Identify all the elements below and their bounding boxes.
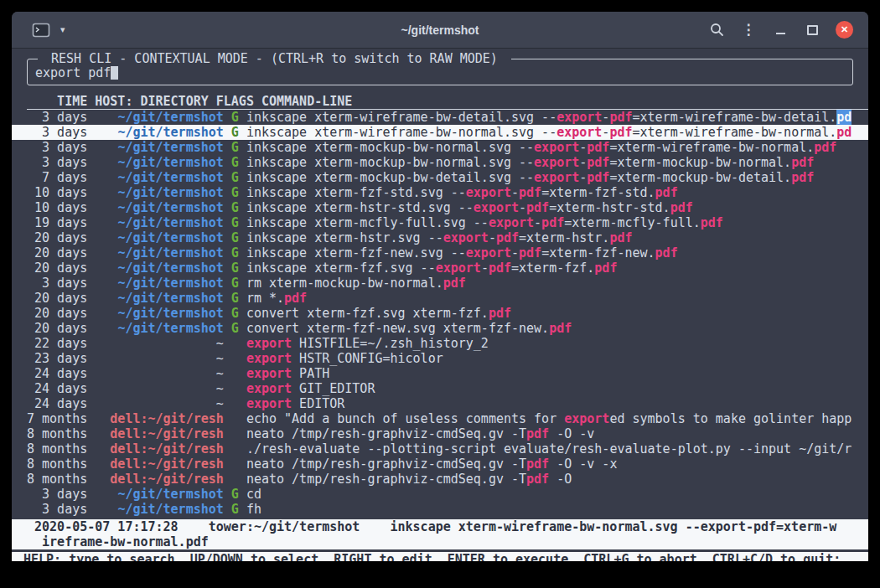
history-row[interactable]: 10 days ~/git/termshot G inkscape xterm-… xyxy=(12,200,868,215)
pad xyxy=(87,291,117,306)
history-row[interactable]: 24 days ~ export PATH xyxy=(12,366,868,381)
history-row[interactable]: 23 days ~ export HSTR_CONFIG=hicolor xyxy=(12,351,868,366)
time-cell: 10 days xyxy=(27,200,87,215)
pad xyxy=(87,321,117,336)
history-row[interactable]: 20 days ~/git/termshot G inkscape xterm-… xyxy=(12,260,868,276)
command-segment: -O -v -x xyxy=(549,456,617,472)
history-row[interactable]: 3 days ~/git/termshot G inkscape xterm-w… xyxy=(12,110,868,125)
terminal-screen: RESH CLI - CONTEXTUAL MODE - (CTRL+R to … xyxy=(12,49,868,561)
search-box[interactable]: RESH CLI - CONTEXTUAL MODE - (CTRL+R to … xyxy=(27,59,853,85)
pad xyxy=(224,441,231,456)
pad xyxy=(239,472,246,487)
flags-cell: G xyxy=(231,155,239,170)
pad xyxy=(239,456,246,472)
command-segment: - xyxy=(511,245,519,260)
history-row[interactable]: 19 days ~/git/termshot G inkscape xterm-… xyxy=(12,215,868,230)
history-row[interactable]: 3 days ~/git/termshot G inkscape xterm-m… xyxy=(12,155,868,170)
flags-cell: G xyxy=(231,321,239,336)
time-cell: 7 months xyxy=(27,411,87,426)
history-row[interactable]: 3 days ~/git/termshot G cd xyxy=(12,487,868,502)
history-row[interactable]: 20 days ~/git/termshot G convert xterm-f… xyxy=(12,306,868,321)
history-row[interactable]: 22 days ~ export HISTFILE=~/.zsh_history… xyxy=(12,336,868,351)
history-row[interactable]: 24 days ~ export GIT_EDITOR xyxy=(12,381,868,396)
command-segment: =xterm-hstr. xyxy=(519,230,609,245)
pad xyxy=(239,170,246,185)
close-button[interactable]: ✕ xyxy=(836,21,853,39)
match-highlight: pdf xyxy=(670,200,693,215)
command-segment: EDITOR xyxy=(292,396,344,411)
pad xyxy=(239,366,246,381)
flags-cell xyxy=(231,381,239,396)
history-row[interactable]: 3 days ~/git/termshot G inkscape xterm-m… xyxy=(12,140,868,155)
time-cell: 3 days xyxy=(27,140,87,155)
command-segment: neato /tmp/resh-graphviz-cmdSeq.gv -T xyxy=(246,456,526,472)
match-highlight: pdf xyxy=(489,260,511,276)
minimize-button[interactable] xyxy=(764,18,796,42)
pad xyxy=(87,306,117,321)
search-input[interactable]: export pdf xyxy=(35,65,845,80)
host-cell: ~/git/termshot xyxy=(117,276,223,291)
command-segment: =xterm-wireframe-bw-normal. xyxy=(632,125,836,140)
match-highlight: pdf xyxy=(519,185,541,200)
pad xyxy=(239,155,246,170)
history-row[interactable]: 20 days ~/git/termshot G inkscape xterm-… xyxy=(12,230,868,245)
flags-cell xyxy=(231,336,239,351)
pad xyxy=(239,351,246,366)
command-segment: ./resh-evaluate --plotting-script evalua… xyxy=(246,441,852,456)
terminal-window: ▾ ~/git/termshot ⋮ ✕ xyxy=(12,12,868,561)
history-row[interactable]: 8 months dell:~/git/resh neato /tmp/resh… xyxy=(12,426,868,441)
history-list: 3 days ~/git/termshot G inkscape xterm-w… xyxy=(12,110,868,517)
command-segment: - xyxy=(511,185,519,200)
pad xyxy=(239,381,246,396)
chevron-down-icon[interactable]: ▾ xyxy=(59,23,67,37)
history-row[interactable]: 7 months dell:~/git/resh echo "Add a bun… xyxy=(12,411,868,426)
history-row[interactable]: 20 days ~/git/termshot G inkscape xterm-… xyxy=(12,245,868,260)
host-cell: ~ xyxy=(216,366,224,381)
restore-button[interactable] xyxy=(796,18,828,42)
pad xyxy=(87,351,216,366)
time-cell: 22 days xyxy=(27,336,87,351)
command-text: inkscape xterm-fzf-new.svg --export-pdf=… xyxy=(246,245,678,260)
host-cell: ~/git/termshot xyxy=(117,291,223,306)
flags-cell xyxy=(231,366,239,381)
history-row[interactable]: 3 days ~/git/termshot G inkscape xterm-w… xyxy=(12,125,868,140)
command-text: neato /tmp/resh-graphviz-cmdSeq.gv -Tpdf… xyxy=(246,456,618,472)
time-cell: 8 months xyxy=(27,441,87,456)
new-terminal-button[interactable] xyxy=(30,22,52,39)
history-row[interactable]: 10 days ~/git/termshot G inkscape xterm-… xyxy=(12,185,868,200)
pad xyxy=(87,260,117,276)
history-row[interactable]: 20 days ~/git/termshot G rm *.pdf xyxy=(12,291,868,306)
match-highlight: export xyxy=(564,411,609,426)
search-button[interactable] xyxy=(701,18,732,42)
pad xyxy=(239,185,246,200)
command-segment: inkscape xterm-mcfly-full.svg -- xyxy=(246,215,489,230)
command-segment: inkscape xterm-wireframe-bw-normal.svg -… xyxy=(246,125,556,140)
command-text: export HSTR_CONFIG=hicolor xyxy=(246,351,443,366)
command-text: export EDITOR xyxy=(246,396,344,411)
command-segment: =xterm-mockup-bw-detail. xyxy=(609,170,791,185)
command-text: inkscape xterm-fzf-std.svg --export-pdf=… xyxy=(246,185,678,200)
time-cell: 20 days xyxy=(27,260,87,276)
history-row[interactable]: 7 days ~/git/termshot G inkscape xterm-m… xyxy=(12,170,868,185)
pad xyxy=(239,306,246,321)
host-cell: ~/git/termshot xyxy=(117,321,223,336)
time-cell: 20 days xyxy=(27,321,87,336)
pad xyxy=(239,110,246,125)
menu-button[interactable]: ⋮ xyxy=(732,18,764,42)
match-highlight: pdf xyxy=(655,185,678,200)
match-highlight: pdf xyxy=(655,245,678,260)
history-row[interactable]: 3 days ~/git/termshot G rm xterm-mockup-… xyxy=(12,276,868,291)
history-row[interactable]: 24 days ~ export EDITOR xyxy=(12,396,868,411)
history-row[interactable]: 8 months dell:~/git/resh ./resh-evaluate… xyxy=(12,441,868,456)
history-row[interactable]: 3 days ~/git/termshot G fh xyxy=(12,502,868,517)
pad xyxy=(87,230,117,245)
flags-cell: G xyxy=(231,245,239,260)
pad xyxy=(87,426,110,441)
history-row[interactable]: 8 months dell:~/git/resh neato /tmp/resh… xyxy=(12,456,868,472)
history-row[interactable]: 8 months dell:~/git/resh neato /tmp/resh… xyxy=(12,472,868,487)
pad xyxy=(224,411,231,426)
history-row[interactable]: 20 days ~/git/termshot G convert xterm-f… xyxy=(12,321,868,336)
command-segment: GIT_EDITOR xyxy=(292,381,375,396)
match-highlight: pdf xyxy=(526,426,549,441)
command-segment: inkscape xterm-hstr-std.svg -- xyxy=(246,200,474,215)
